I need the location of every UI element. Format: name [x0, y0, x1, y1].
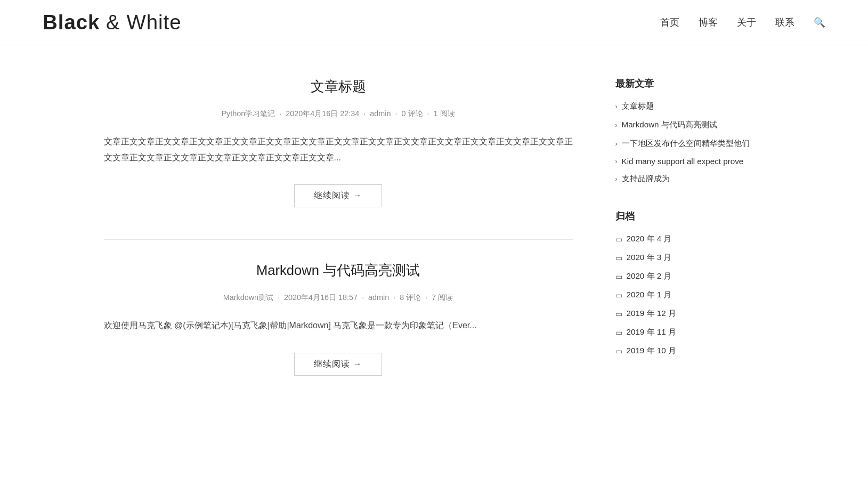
recent-post-item-0[interactable]: › 文章标题	[615, 101, 765, 112]
archive-label-1: 2020 年 3 月	[627, 252, 672, 263]
chevron-icon-2: ›	[615, 140, 618, 148]
recent-post-item-2[interactable]: › 一下地区发布什么空间精华类型他们	[615, 138, 765, 149]
calendar-icon-5: ▭	[615, 328, 622, 337]
main-content: 文章标题 Python学习笔记 · 2020年4月16日 22:34 · adm…	[104, 77, 573, 408]
archive-item-1[interactable]: ▭ 2020 年 3 月	[615, 252, 765, 263]
article-1-category: Python学习笔记	[221, 109, 275, 118]
article-1-read-more-wrapper: 继续阅读 →	[104, 184, 573, 207]
archive-label-2: 2020 年 2 月	[627, 271, 672, 282]
archive-item-2[interactable]: ▭ 2020 年 2 月	[615, 271, 765, 282]
article-2-comments: 8 评论	[400, 293, 421, 302]
archive-item-0[interactable]: ▭ 2020 年 4 月	[615, 233, 765, 245]
archive-item-4[interactable]: ▭ 2019 年 12 月	[615, 308, 765, 319]
nav-home[interactable]: 首页	[660, 16, 679, 29]
recent-post-link-2[interactable]: 一下地区发布什么空间精华类型他们	[622, 138, 750, 149]
archive-item-5[interactable]: ▭ 2019 年 11 月	[615, 327, 765, 338]
archive-label-0: 2020 年 4 月	[627, 233, 672, 245]
archive-section: 归档 ▭ 2020 年 4 月 ▭ 2020 年 3 月 ▭ 2020 年 2 …	[615, 210, 765, 357]
nav-about[interactable]: 关于	[737, 16, 756, 29]
article-1-reads: 1 阅读	[434, 109, 455, 118]
recent-post-link-4[interactable]: 支持品牌成为	[622, 173, 670, 184]
article-2: Markdown 与代码高亮测试 Markdown测试 · 2020年4月16日…	[104, 261, 573, 376]
archive-label-3: 2020 年 1 月	[627, 289, 672, 301]
calendar-icon-6: ▭	[615, 347, 622, 355]
site-header: Black & White 首页 博客 关于 联系 🔍	[0, 0, 868, 45]
main-nav: 首页 博客 关于 联系 🔍	[660, 16, 825, 29]
calendar-icon-1: ▭	[615, 254, 622, 262]
article-1-meta: Python学习笔记 · 2020年4月16日 22:34 · admin · …	[104, 109, 573, 119]
article-2-date: 2020年4月16日 18:57	[284, 293, 358, 302]
article-1-author: admin	[370, 109, 391, 118]
nav-contact[interactable]: 联系	[775, 16, 794, 29]
article-1: 文章标题 Python学习笔记 · 2020年4月16日 22:34 · adm…	[104, 77, 573, 207]
chevron-icon-0: ›	[615, 103, 618, 110]
article-1-comments: 0 评论	[402, 109, 423, 118]
archive-label-4: 2019 年 12 月	[627, 308, 676, 319]
calendar-icon-3: ▭	[615, 291, 622, 299]
article-1-read-more-button[interactable]: 继续阅读 →	[294, 184, 382, 207]
search-icon-button[interactable]: 🔍	[814, 17, 825, 28]
article-1-date: 2020年4月16日 22:34	[286, 109, 359, 118]
article-2-title[interactable]: Markdown 与代码高亮测试	[104, 261, 573, 280]
article-2-reads: 7 阅读	[432, 293, 453, 302]
archive-title: 归档	[615, 210, 765, 223]
calendar-icon-4: ▭	[615, 310, 622, 318]
sidebar: 最新文章 › 文章标题 › Markdown 与代码高亮测试 › 一下地区发布什…	[615, 77, 765, 408]
archive-label-6: 2019 年 10 月	[627, 345, 676, 357]
recent-posts-section: 最新文章 › 文章标题 › Markdown 与代码高亮测试 › 一下地区发布什…	[615, 77, 765, 184]
recent-post-link-1[interactable]: Markdown 与代码高亮测试	[622, 119, 717, 131]
recent-post-link-3[interactable]: Kid many support all expect prove	[622, 157, 744, 166]
archive-item-6[interactable]: ▭ 2019 年 10 月	[615, 345, 765, 357]
chevron-icon-3: ›	[615, 158, 618, 165]
article-1-body: 文章正文文章正文文章正文文章正文文章正文文章正文文章正文文章正文文章正文文章正文…	[104, 134, 573, 165]
nav-blog[interactable]: 博客	[699, 16, 718, 29]
site-title-rest: & White	[100, 11, 181, 34]
article-2-category: Markdown测试	[223, 293, 273, 302]
article-2-author: admin	[368, 293, 389, 302]
recent-post-link-0[interactable]: 文章标题	[622, 101, 654, 112]
main-layout: 文章标题 Python学习笔记 · 2020年4月16日 22:34 · adm…	[61, 45, 807, 440]
archive-item-3[interactable]: ▭ 2020 年 1 月	[615, 289, 765, 301]
calendar-icon-2: ▭	[615, 272, 622, 281]
chevron-icon-4: ›	[615, 175, 618, 183]
article-2-read-more-wrapper: 继续阅读 →	[104, 353, 573, 376]
article-2-read-more-button[interactable]: 继续阅读 →	[294, 353, 382, 376]
recent-posts-list: › 文章标题 › Markdown 与代码高亮测试 › 一下地区发布什么空间精华…	[615, 101, 765, 184]
recent-post-item-1[interactable]: › Markdown 与代码高亮测试	[615, 119, 765, 131]
article-2-meta: Markdown测试 · 2020年4月16日 18:57 · admin · …	[104, 293, 573, 303]
site-logo: Black & White	[43, 11, 182, 34]
calendar-icon-0: ▭	[615, 235, 622, 244]
recent-posts-title: 最新文章	[615, 77, 765, 90]
chevron-icon-1: ›	[615, 121, 618, 129]
article-1-title[interactable]: 文章标题	[104, 77, 573, 96]
article-divider	[104, 239, 573, 240]
archive-list: ▭ 2020 年 4 月 ▭ 2020 年 3 月 ▭ 2020 年 2 月 ▭…	[615, 233, 765, 357]
site-title-bold: Black	[43, 11, 100, 34]
archive-label-5: 2019 年 11 月	[627, 327, 676, 338]
recent-post-item-4[interactable]: › 支持品牌成为	[615, 173, 765, 184]
article-2-body: 欢迎使用马克飞象 @(示例笔记本)[马克飞象|帮助|Markdown] 马克飞象…	[104, 318, 573, 334]
recent-post-item-3[interactable]: › Kid many support all expect prove	[615, 157, 765, 166]
